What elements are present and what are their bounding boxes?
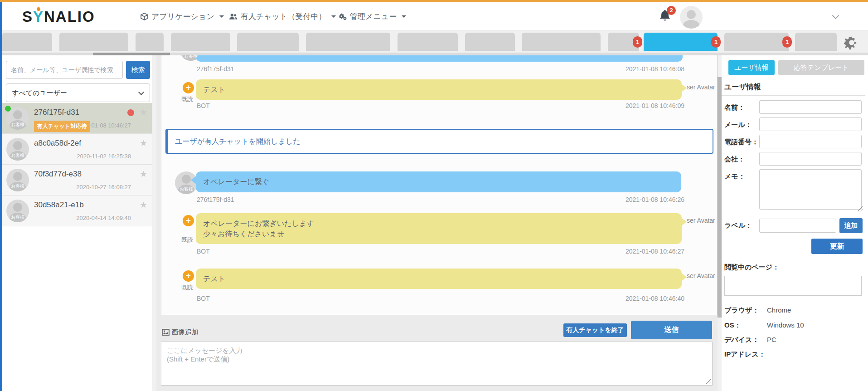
update-button[interactable]: 更新 — [811, 239, 863, 254]
user-list-item[interactable]: お客様 70f3d77d-e38 2020-10-27 16:08:27 ★ — [2, 165, 152, 196]
sidebar-scrollbar[interactable] — [152, 55, 156, 391]
message-input[interactable] — [161, 342, 713, 386]
navbar: SYNALIO アプリケーション 有人チャット（受付中） 管理メニュー 2 — [2, 2, 868, 30]
bot-avatar-alt-text: ser Avatar — [687, 217, 715, 224]
add-image-label: 画像追加 — [171, 328, 199, 337]
user-filter-select[interactable]: すべてのユーザー — [6, 83, 150, 102]
avatar-label: お客様 — [6, 152, 29, 159]
caret-down-icon — [219, 15, 224, 18]
chat-tab[interactable] — [237, 33, 299, 51]
user-message-bubble — [196, 55, 683, 62]
top-accent-bar — [0, 0, 868, 2]
chat-tab[interactable] — [59, 33, 128, 51]
logo-letters: NALIO — [44, 8, 95, 25]
os-value: Windows 10 — [767, 321, 804, 329]
expand-plus-icon[interactable]: + — [183, 270, 194, 282]
user-id: 70f3d77d-e38 — [34, 170, 82, 179]
chat-tab[interactable] — [398, 33, 458, 51]
divider — [722, 95, 865, 96]
logo-letter-y: Y — [33, 8, 44, 25]
chat-tab[interactable] — [2, 33, 52, 51]
avatar-label: お客様 — [6, 214, 29, 220]
message-sender: BOT — [197, 295, 210, 302]
message-time: 2021-01-08 10:46:09 — [626, 102, 684, 109]
system-message-text: ユーザが有人チャットを開始しました — [175, 137, 301, 145]
favorite-star-icon[interactable]: ★ — [140, 107, 147, 117]
textarea-resize-grip[interactable] — [706, 379, 711, 384]
tab-user-info[interactable]: ユーザ情報 — [728, 60, 775, 75]
user-search-row: 検索 — [6, 61, 150, 79]
message-text: オペレーターに繋ぐ — [203, 178, 269, 186]
message-time: 2021-01-08 10:46:27 — [626, 248, 684, 255]
chat-tab[interactable]: 1 — [724, 33, 789, 51]
synalio-logo[interactable]: SYNALIO — [22, 8, 95, 25]
user-list-item[interactable]: お客様 276f175f-d31 2021-01-08 10:46:27 有人チ… — [2, 103, 152, 134]
phone-field[interactable] — [759, 135, 862, 148]
chat-scrollbar-track[interactable] — [718, 55, 722, 391]
label-field[interactable] — [759, 219, 836, 233]
memo-resize-grip[interactable] — [858, 206, 863, 211]
user-id: a8c0a58d-2ef — [34, 139, 81, 148]
add-image-button[interactable]: 画像追加 — [162, 328, 199, 337]
chat-tab[interactable] — [171, 33, 230, 51]
chat-tab[interactable] — [795, 33, 837, 51]
company-label: 会社： — [724, 155, 745, 164]
chat-history: お客様 276f175f-d31 2021-01-08 10:46:08 ser… — [161, 55, 718, 315]
notifications-button[interactable]: 2 — [659, 9, 674, 27]
chat-tab[interactable] — [136, 33, 164, 51]
expand-plus-icon[interactable]: + — [183, 215, 194, 226]
expand-plus-icon[interactable]: + — [183, 82, 194, 93]
user-search-input[interactable] — [6, 61, 123, 79]
caret-down-icon — [331, 15, 336, 18]
message-sender: BOT — [197, 248, 210, 255]
browsing-page-label: 閲覧中のページ： — [724, 263, 779, 272]
chat-tab[interactable] — [522, 33, 601, 51]
panel-section-title: ユーザ情報 — [724, 83, 761, 92]
chat-tab[interactable]: 1 — [608, 33, 639, 51]
name-label: 名前： — [724, 103, 745, 112]
send-button[interactable]: 送信 — [631, 321, 712, 339]
memo-label: メモ： — [724, 172, 745, 181]
user-message-bubble: オペレーターに繋ぐ — [196, 171, 681, 192]
message-text: オペレーターにお繋ぎいたします 少々お待ちくださいませ — [203, 220, 314, 238]
user-avatar: お客様 — [6, 138, 29, 161]
notification-count-badge: 2 — [667, 6, 676, 15]
chat-tab-bar: 1 1 1 — [0, 30, 868, 55]
gear-icon — [844, 35, 859, 50]
chat-scrollbar-thumb[interactable] — [718, 77, 722, 318]
favorite-star-icon[interactable]: ★ — [140, 138, 147, 148]
gears-icon — [339, 13, 347, 20]
tab-settings-button[interactable] — [844, 35, 859, 50]
favorite-star-icon[interactable]: ★ — [140, 169, 147, 179]
read-status-label: 既読 — [181, 236, 193, 244]
menu-admin[interactable]: 管理メニュー — [339, 2, 406, 30]
menu-live-chat[interactable]: 有人チャット（受付中） — [229, 2, 336, 30]
favorite-star-icon[interactable]: ★ — [140, 200, 147, 210]
chevron-down-icon — [138, 89, 144, 95]
system-message: ユーザが有人チャットを開始しました — [165, 129, 713, 154]
bot-message-bubble: テスト — [196, 269, 682, 289]
memo-field[interactable] — [759, 169, 862, 210]
end-chat-button[interactable]: 有人チャットを終了 — [563, 323, 627, 337]
browsing-page-box — [724, 276, 862, 296]
unread-count-badge: 1 — [711, 36, 721, 48]
mail-field[interactable] — [759, 117, 862, 131]
online-status-dot — [5, 106, 11, 112]
chat-tab[interactable] — [306, 33, 390, 51]
add-label-button[interactable]: 追加 — [839, 218, 863, 233]
chat-tab[interactable] — [465, 33, 515, 51]
chat-tab-active[interactable]: 1 — [644, 33, 718, 51]
user-list-item[interactable]: お客様 a8c0a58d-2ef 2020-11-02 16:25:38 ★ — [2, 134, 152, 165]
name-field[interactable] — [759, 100, 862, 114]
unread-count-badge: 1 — [633, 36, 642, 48]
user-list-item[interactable]: お客様 30d58a21-e1b 2020-04-14 14:09:40 ★ — [2, 196, 152, 226]
read-status-label: 既読 — [181, 283, 193, 292]
menu-application-label: アプリケーション — [151, 11, 214, 22]
tab-response-templates[interactable]: 応答テンプレート — [778, 60, 864, 75]
company-field[interactable] — [759, 152, 862, 166]
account-avatar[interactable] — [680, 6, 703, 29]
search-button[interactable]: 検索 — [126, 61, 150, 79]
navbar-chevron-down-icon[interactable] — [832, 12, 839, 20]
menu-application[interactable]: アプリケーション — [141, 2, 224, 30]
message-sender: 276f175f-d31 — [197, 65, 234, 73]
